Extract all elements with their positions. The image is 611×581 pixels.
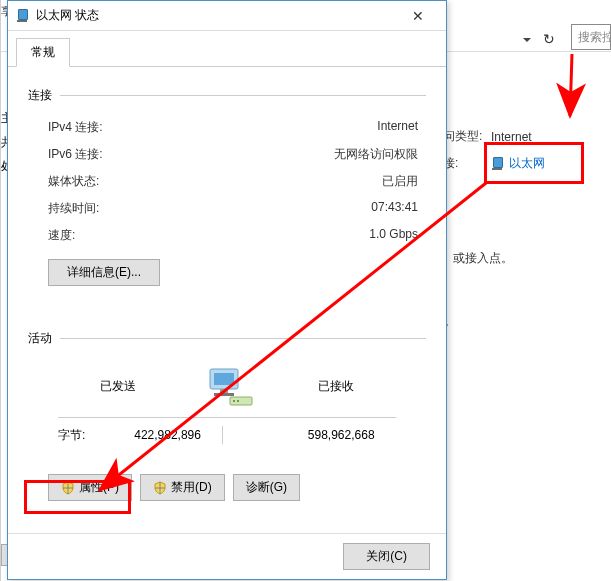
divider [222,426,286,444]
dropdown-icon[interactable] [519,30,534,50]
ipv4-label: IPv4 连接: [48,119,103,136]
activity-section-label: 活动 [28,330,52,347]
search-input[interactable]: 搜索控 [571,24,611,50]
bytes-label: 字节: [58,427,113,444]
close-icon[interactable]: ✕ [398,2,438,30]
ethernet-icon [491,157,505,171]
duration-value: 07:43:41 [371,200,418,217]
speed-label: 速度: [48,227,75,244]
media-label: 媒体状态: [48,173,99,190]
svg-rect-1 [214,373,234,385]
sent-label: 已发送 [58,378,178,395]
dialog-content: 连接 IPv4 连接:Internet IPv6 连接:无网络访问权限 媒体状态… [8,67,446,515]
ipv6-label: IPv6 连接: [48,146,103,163]
activity-icon [192,361,262,411]
media-value: 已启用 [382,173,418,190]
diagnose-button[interactable]: 诊断(G) [233,474,300,501]
connection-section-label: 连接 [28,87,52,104]
divider [58,417,396,418]
ipv4-value: Internet [377,119,418,136]
details-button[interactable]: 详细信息(E)... [48,259,160,286]
ethernet-link[interactable]: 以太网 [491,155,545,172]
speed-value: 1.0 Gbps [369,227,418,244]
activity-section: 活动 已发送 已接收 [28,330,426,444]
bg-hint-access-point: 或接入点。 [453,250,513,267]
svg-point-6 [237,400,239,402]
button-row: 属性(P) 禁用(D) 诊断(G) [28,444,426,501]
dialog-footer: 关闭(C) [8,533,446,579]
close-button[interactable]: 关闭(C) [343,543,430,570]
dialog-title: 以太网 状态 [36,7,398,24]
svg-point-5 [233,400,235,402]
divider [60,338,426,339]
dialog-titlebar: 以太网 状态 ✕ [8,1,446,31]
refresh-icon[interactable]: ↻ [538,28,560,50]
diagnose-label: 诊断(G) [246,479,287,496]
divider [60,95,426,96]
connection-section-header: 连接 [28,87,426,104]
tab-general[interactable]: 常规 [16,38,70,67]
properties-button[interactable]: 属性(P) [48,474,132,501]
bytes-received-value: 598,962,668 [286,428,396,442]
svg-rect-2 [220,389,228,393]
tab-bar: 常规 [8,31,446,67]
shield-icon [61,481,75,495]
ethernet-link-text: 以太网 [509,155,545,172]
bytes-sent-value: 422,982,896 [113,428,223,442]
disable-button[interactable]: 禁用(D) [140,474,225,501]
bg-connection-info: 访问类型: Internet 连接: 以太网 [431,128,591,182]
disable-label: 禁用(D) [171,479,212,496]
properties-label: 属性(P) [79,479,119,496]
ethernet-icon [16,9,30,23]
access-type-value: Internet [491,130,532,144]
ipv6-value: 无网络访问权限 [334,146,418,163]
duration-label: 持续时间: [48,200,99,217]
shield-icon [153,481,167,495]
svg-rect-3 [214,393,234,396]
received-label: 已接收 [276,378,396,395]
ethernet-status-dialog: 以太网 状态 ✕ 常规 连接 IPv4 连接:Internet IPv6 连接:… [7,0,447,580]
